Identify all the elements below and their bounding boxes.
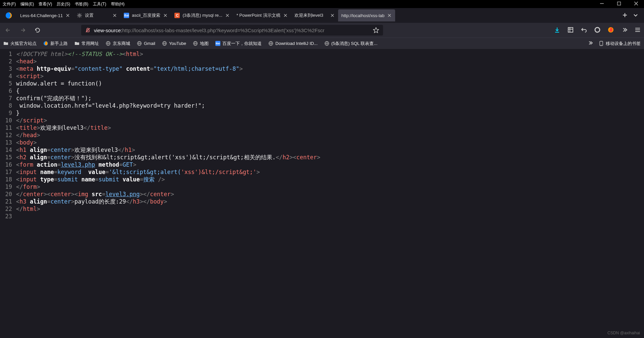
tab-label: 设置: [85, 12, 110, 18]
circle-icon[interactable]: [594, 27, 600, 34]
url-text: view-source:http://localhost/xss-labs-ma…: [94, 27, 370, 33]
close-icon[interactable]: [65, 13, 70, 18]
forward-button[interactable]: [18, 25, 28, 35]
svg-rect-1: [618, 2, 621, 5]
close-icon[interactable]: [225, 13, 230, 18]
tab-label: * PowerPoint 演示文稿: [236, 12, 280, 18]
tab-label: http://localhost/xss-lab: [341, 13, 385, 18]
tab-favicon: C: [174, 13, 180, 18]
svg-marker-26: [373, 27, 379, 33]
tab-0[interactable]: Less-64:Challenge-11: [17, 9, 73, 21]
bookmark-1[interactable]: 新手上路: [43, 41, 68, 47]
svg-point-7: [79, 15, 80, 16]
tab-2[interactable]: Baiascii_百度搜索: [120, 9, 171, 21]
undo-icon[interactable]: [581, 27, 587, 34]
mobile-bookmarks[interactable]: 移动设备上的书签: [599, 41, 641, 47]
url-bar[interactable]: view-source:http://localhost/xss-labs-ma…: [81, 25, 383, 36]
menu-tools[interactable]: 工具(T): [93, 1, 106, 7]
tab-3[interactable]: C(3条消息) mysql re...: [171, 9, 233, 21]
tab-label: Less-64:Challenge-11: [20, 13, 63, 18]
menu-bookmarks[interactable]: 书签(B): [75, 1, 88, 7]
minimize-button[interactable]: [600, 2, 604, 6]
menu-view[interactable]: 查看(V): [39, 1, 52, 7]
extension-icon[interactable]: [608, 27, 614, 34]
bookmark-6[interactable]: 地图: [193, 41, 209, 47]
maximize-button[interactable]: [617, 2, 621, 6]
bookmark-overflow-icon[interactable]: [587, 40, 593, 47]
close-icon[interactable]: [163, 13, 168, 18]
tab-label: (3条消息) mysql re...: [182, 12, 222, 18]
close-icon[interactable]: [283, 13, 288, 18]
tab-6[interactable]: http://localhost/xss-lab: [338, 9, 395, 21]
close-icon[interactable]: [387, 13, 392, 18]
new-tab-button[interactable]: [623, 13, 627, 18]
tab-bar: Less-64:Challenge-11设置Baiascii_百度搜索C(3条消…: [0, 8, 644, 23]
svg-rect-29: [568, 27, 573, 32]
lock-slash-icon: [85, 27, 91, 33]
menu-file[interactable]: 文件(F): [3, 1, 16, 7]
menu-bar: 文件(F) 编辑(E) 查看(V) 历史(S) 书签(B) 工具(T) 帮助(H…: [0, 0, 644, 8]
menu-edit[interactable]: 编辑(E): [20, 1, 34, 7]
overflow-icon[interactable]: [621, 27, 627, 34]
close-icon[interactable]: [330, 13, 335, 18]
bookmark-9[interactable]: (5条消息) SQL 联表查...: [324, 41, 377, 47]
menu-help[interactable]: 帮助(H): [111, 1, 125, 7]
tab-favicon: [77, 13, 82, 18]
bookmark-3[interactable]: 京东商城: [106, 41, 130, 47]
bookmark-5[interactable]: YouTube: [162, 41, 186, 47]
bookmark-2[interactable]: 常用网址: [74, 41, 99, 47]
reload-button[interactable]: [33, 25, 42, 35]
bookmark-4[interactable]: Gmail: [137, 41, 155, 47]
download-icon[interactable]: [554, 27, 560, 34]
back-button[interactable]: [3, 25, 13, 35]
tab-4[interactable]: * PowerPoint 演示文稿: [233, 9, 291, 21]
firefox-icon: [4, 11, 13, 20]
screenshot-icon[interactable]: [568, 27, 574, 34]
close-button[interactable]: [634, 2, 638, 6]
svg-point-57: [601, 45, 602, 45]
tab-label: 欢迎来到level3: [294, 12, 327, 18]
bookmark-0[interactable]: 火狐官方站点: [3, 41, 37, 47]
bookmark-bar: 火狐官方站点新手上路常用网址京东商城GmailYouTube地图Bai百度一下，…: [0, 38, 644, 49]
svg-point-32: [595, 27, 600, 32]
close-icon[interactable]: [112, 13, 117, 18]
tab-list-button[interactable]: [633, 13, 638, 18]
menu-history[interactable]: 历史(S): [57, 1, 70, 7]
tab-favicon: Bai: [124, 13, 129, 18]
nav-bar: view-source:http://localhost/xss-labs-ma…: [0, 23, 644, 38]
hamburger-icon[interactable]: [635, 27, 641, 34]
bookmark-7[interactable]: Bai百度一下，你就知道: [215, 41, 262, 47]
tab-label: ascii_百度搜索: [132, 12, 160, 18]
tab-5[interactable]: 欢迎来到level3: [291, 9, 338, 21]
tab-1[interactable]: 设置: [73, 9, 120, 21]
source-view[interactable]: 1<!DOCTYPE html><!--STATUS OK--><html> 2…: [0, 49, 644, 338]
bookmark-star-icon[interactable]: [373, 27, 379, 33]
bookmark-8[interactable]: Download IntelliJ ID...: [268, 41, 318, 47]
watermark: CSDN @axihaihai: [607, 331, 640, 335]
